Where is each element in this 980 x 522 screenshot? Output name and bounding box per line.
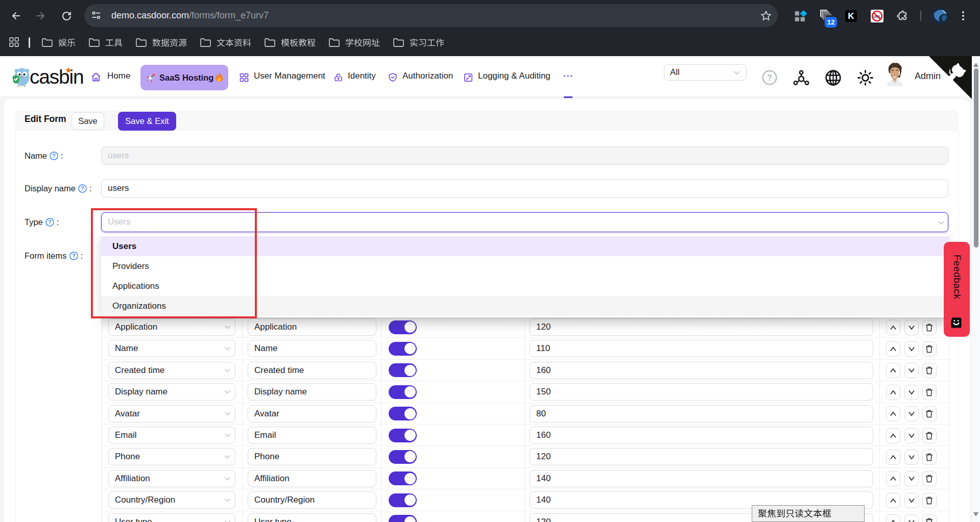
svg-text:?: ? (767, 73, 772, 82)
svg-text:?: ? (81, 185, 84, 191)
svg-text:?: ? (72, 253, 75, 259)
svg-text:?: ? (52, 153, 55, 159)
svg-text:?: ? (48, 219, 51, 225)
